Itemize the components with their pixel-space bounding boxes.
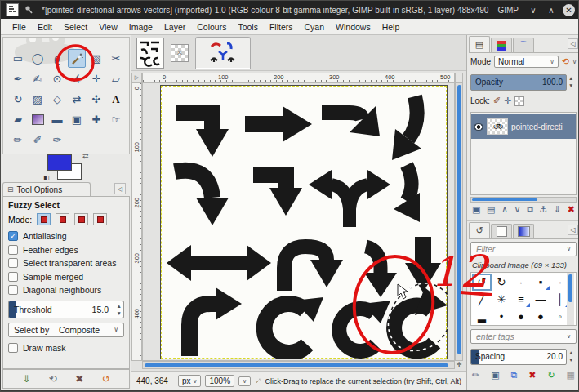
free-select-tool[interactable]: ϱ bbox=[48, 49, 66, 68]
edit-brush-button[interactable]: ✏ bbox=[472, 370, 479, 381]
move-tool[interactable]: ✛ bbox=[87, 69, 105, 88]
threshold-slider[interactable]: Threshold 15.0 ▲▼ bbox=[8, 301, 124, 318]
menu-colours[interactable]: Colours bbox=[192, 20, 231, 33]
text-tool[interactable]: A bbox=[107, 90, 125, 109]
spacing-spinner[interactable]: ▲▼ bbox=[568, 349, 573, 363]
zoom-tool[interactable]: ⊙ bbox=[48, 69, 66, 88]
chevron-down-icon[interactable]: ∨ bbox=[572, 59, 577, 65]
close-button[interactable]: ✕ bbox=[563, 4, 575, 16]
brush-item-12[interactable]: • bbox=[492, 308, 511, 325]
menu-help[interactable]: Help bbox=[377, 20, 405, 33]
opacity-slider[interactable]: Opacity 100.0 bbox=[470, 74, 567, 91]
measure-tool[interactable]: ∡ bbox=[68, 69, 86, 88]
menu-windows[interactable]: Windows bbox=[331, 20, 376, 33]
reset-tool-options-button[interactable]: ↺ bbox=[102, 373, 110, 385]
crop-tool[interactable]: ▱ bbox=[107, 69, 125, 88]
dock-separator[interactable] bbox=[467, 220, 579, 221]
foreground-color-swatch[interactable] bbox=[47, 154, 72, 171]
horizontal-scrollbar-thumb[interactable] bbox=[145, 363, 448, 368]
anchor-layer-button[interactable]: ⚓ bbox=[540, 204, 548, 215]
perspective-tool[interactable]: ◇ bbox=[48, 90, 66, 109]
image-tab-empty[interactable]: ✕ bbox=[171, 44, 189, 62]
brush-item-4[interactable]: ▪ bbox=[531, 274, 550, 291]
menu-tools[interactable]: Tools bbox=[233, 20, 263, 33]
menu-select[interactable]: Select bbox=[59, 20, 92, 33]
delete-layer-button[interactable]: ✖ bbox=[568, 204, 575, 215]
default-colors-icon[interactable]: ◧ bbox=[43, 174, 50, 181]
ellipse-select-tool[interactable]: ◯ bbox=[29, 49, 47, 68]
tab-brushes[interactable]: ↺ bbox=[469, 222, 490, 238]
brush-item-11[interactable]: ▂ bbox=[472, 308, 492, 325]
unit-dropdown[interactable]: px ∨ bbox=[178, 375, 201, 387]
select-by-dropdown[interactable]: Select by Composite ∨ bbox=[8, 323, 124, 337]
smudge-tool[interactable]: ☞ bbox=[107, 110, 125, 129]
select-transparent-areas-checkbox[interactable] bbox=[8, 258, 18, 268]
brush-item-8[interactable]: ≡ bbox=[511, 291, 531, 308]
brushes-dock-menu-button[interactable]: ◁ bbox=[568, 225, 578, 235]
tab-layers[interactable]: ▤ bbox=[469, 36, 490, 52]
duplicate-brush-button[interactable]: ⧉ bbox=[510, 370, 517, 381]
zoom-dropdown-button[interactable]: ∨ bbox=[238, 376, 251, 386]
menu-filters[interactable]: Filters bbox=[265, 20, 298, 33]
swap-colors-icon[interactable]: ⇄ bbox=[82, 152, 89, 160]
vertical-scrollbar-thumb[interactable] bbox=[457, 85, 461, 354]
clone-tool[interactable]: ▣ bbox=[68, 110, 86, 129]
merge-layer-button[interactable]: ⇓ bbox=[554, 204, 561, 215]
new-layer-group-button[interactable]: ▤ bbox=[487, 204, 495, 215]
fuzzy-select-tool[interactable] bbox=[68, 49, 86, 68]
draw-mask-checkbox[interactable] bbox=[8, 343, 18, 353]
restore-tool-preset-button[interactable]: ⟲ bbox=[49, 373, 57, 385]
menu-image[interactable]: Image bbox=[124, 20, 158, 33]
maximize-button[interactable]: ∧ bbox=[545, 6, 558, 15]
image-tab-active[interactable] bbox=[195, 37, 251, 69]
bucket-fill-tool[interactable]: ▰ bbox=[9, 110, 27, 129]
menu-file[interactable]: File bbox=[7, 20, 31, 33]
mode-intersect-button[interactable] bbox=[93, 213, 107, 225]
layer-list-scrollbar[interactable] bbox=[470, 197, 577, 203]
refresh-brushes-button[interactable]: ↻ bbox=[547, 370, 555, 381]
ruler-corner-button[interactable]: ▷ bbox=[131, 73, 142, 82]
tab-gradients[interactable] bbox=[513, 224, 534, 238]
menu-layer[interactable]: Layer bbox=[159, 20, 190, 33]
mode-replace-button[interactable] bbox=[37, 213, 51, 225]
threshold-spinner[interactable]: ▲▼ bbox=[117, 302, 122, 317]
brush-grid-scrollbar-thumb[interactable] bbox=[568, 274, 572, 302]
shear-tool[interactable]: ▨ bbox=[29, 90, 47, 109]
canvas-image[interactable] bbox=[161, 86, 447, 359]
brush-item-9[interactable]: — bbox=[531, 291, 550, 308]
brush-tags-input[interactable]: enter tags ∨ bbox=[470, 329, 577, 344]
delete-tool-preset-button[interactable]: ✖ bbox=[75, 373, 83, 385]
pin-icon[interactable] bbox=[24, 5, 33, 15]
canvas-corner-button[interactable] bbox=[455, 73, 463, 82]
paintbrush-tool[interactable]: ✐ bbox=[29, 131, 47, 149]
menu-cyan[interactable]: Cyan bbox=[300, 20, 330, 33]
ink-tool[interactable]: ✑ bbox=[48, 131, 66, 149]
menu-edit[interactable]: Edit bbox=[33, 20, 57, 33]
color-picker-tool[interactable]: ✍ bbox=[29, 69, 47, 88]
tool-options-tab[interactable]: ⊟ Tool Options bbox=[2, 182, 91, 196]
brush-item-3[interactable]: · bbox=[511, 274, 531, 291]
lock-position-icon[interactable]: ✛ bbox=[504, 96, 511, 106]
handle-transform-tool[interactable]: ✣ bbox=[87, 90, 105, 109]
navigation-preview-button[interactable]: ✛ bbox=[455, 361, 463, 369]
tab-paths[interactable]: ⌒ bbox=[513, 38, 534, 52]
eraser-tool[interactable]: ▬ bbox=[48, 110, 66, 129]
opacity-spinner[interactable]: ▲▼ bbox=[568, 74, 573, 89]
brush-grid-scrollbar[interactable] bbox=[567, 273, 574, 325]
tool-options-menu-button[interactable]: ◁ bbox=[114, 183, 126, 194]
reset-mode-icon[interactable]: ⟲ bbox=[562, 56, 569, 67]
raise-layer-button[interactable]: ∧ bbox=[501, 204, 508, 215]
select-by-color-tool[interactable]: ▧ bbox=[87, 49, 105, 68]
mode-subtract-button[interactable] bbox=[74, 213, 88, 225]
pencil-tool[interactable]: ✏ bbox=[9, 131, 27, 149]
lock-pixels-icon[interactable]: ✐ bbox=[493, 96, 501, 106]
paths-tool[interactable]: ✒ bbox=[9, 69, 27, 88]
horizontal-scrollbar[interactable] bbox=[142, 361, 455, 369]
canvas-viewport[interactable] bbox=[142, 82, 455, 361]
rotate-tool[interactable]: ↻ bbox=[9, 90, 27, 109]
brush-item-13[interactable]: ● bbox=[511, 308, 531, 325]
delete-brush-button[interactable]: ✖ bbox=[528, 370, 536, 381]
flip-tool[interactable]: ⇄ bbox=[68, 90, 86, 109]
brush-item-14[interactable]: ● bbox=[531, 308, 550, 325]
vertical-scrollbar[interactable] bbox=[455, 82, 463, 361]
